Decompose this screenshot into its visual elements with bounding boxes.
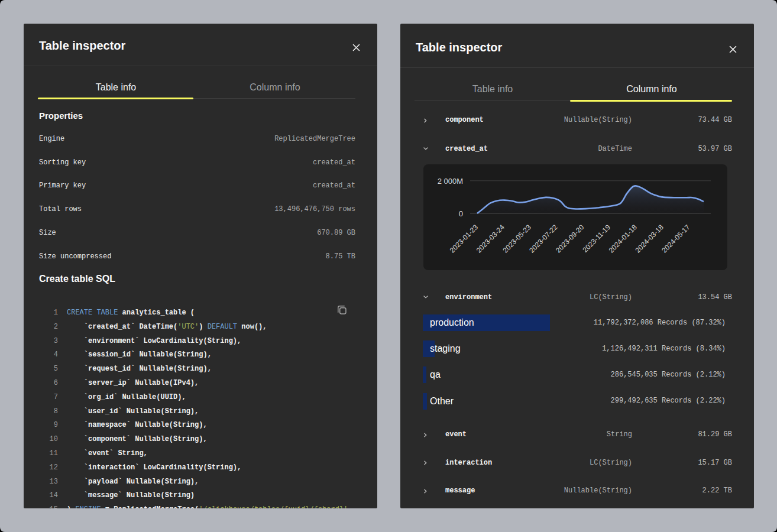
svg-text:0: 0: [459, 209, 463, 218]
svg-text:2023-09-20: 2023-09-20: [554, 223, 586, 255]
svg-text:2 000M: 2 000M: [438, 177, 463, 186]
svg-text:2024-05-17: 2024-05-17: [660, 223, 692, 255]
